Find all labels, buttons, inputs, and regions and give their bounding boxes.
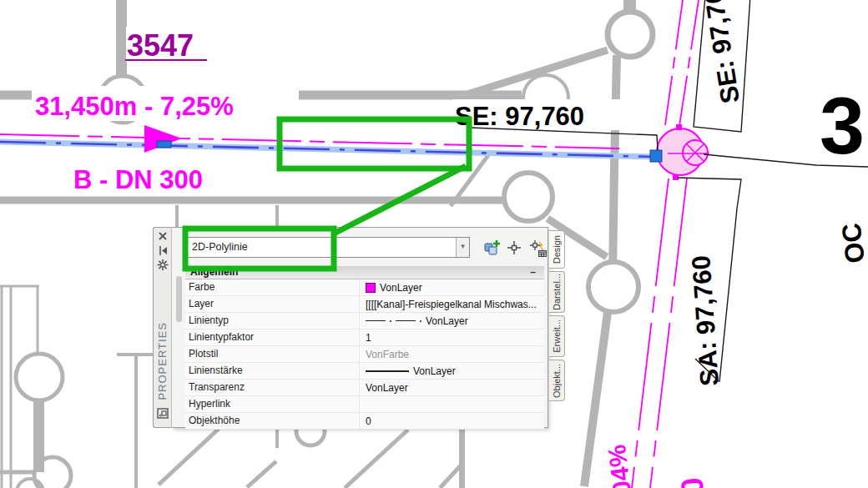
property-row: LinientypVonLayer (185, 313, 544, 330)
elevation-se-label: SE: 97,760 (455, 102, 584, 131)
close-icon[interactable] (157, 231, 169, 242)
property-label: Layer (185, 296, 359, 312)
property-label: Farbe (185, 279, 359, 295)
scrollbar-thumb[interactable] (176, 276, 182, 322)
letters-partial-label: OC (835, 222, 868, 265)
linetype-sample (420, 320, 421, 322)
pickadd-toggle-icon[interactable] (505, 239, 523, 257)
scrollbar[interactable] (176, 276, 182, 401)
property-value[interactable]: VonLayer (359, 313, 544, 329)
settings-icon[interactable] (157, 259, 169, 270)
property-label: Plotstil (185, 346, 359, 362)
dropdown-arrow-icon[interactable]: ▾ (456, 238, 469, 257)
property-value[interactable] (359, 396, 544, 412)
property-value[interactable]: [[[[Kanal]-Freispiegelkanal Mischwas... (359, 296, 544, 312)
palette-titlebar[interactable]: PROPERTIES (153, 227, 172, 428)
property-label: Transparenz (185, 380, 359, 395)
tab-erweit[interactable]: Erweit... (548, 315, 565, 357)
section-allgemein[interactable]: Allgemein – (185, 266, 544, 279)
pipe-designation-label: B - DN 300 (73, 165, 203, 194)
quick-select-icon[interactable] (528, 239, 547, 257)
property-value[interactable]: VonLayer (359, 363, 544, 379)
property-value[interactable]: 1 (359, 330, 544, 345)
endpoint-grip[interactable] (650, 150, 662, 162)
tab-label: Erweit... (552, 319, 562, 353)
property-value-text: VonLayer (366, 380, 408, 395)
object-type-dropdown[interactable]: 2D-Polylinie ▾ (186, 237, 470, 258)
manhole-symbol[interactable] (657, 124, 709, 180)
lineweight-sample (366, 370, 409, 372)
elevation-sa-rotated-label: SA: 97,760 (686, 254, 724, 387)
section-allgemein-label: Allgemein (190, 266, 238, 278)
gray-manhole-top (608, 12, 653, 57)
property-label: Hyperlink (185, 396, 359, 412)
palette-title: PROPERTIES (156, 322, 169, 400)
property-label: Linienstärke (185, 363, 359, 379)
length-slope-label: 31,450m - 7,25% (35, 92, 234, 121)
big-number-label: 3 (820, 80, 865, 171)
property-row: PlotstilVonFarbe (185, 346, 544, 363)
palette-tabs: DesignDarstel...Erweit...Objekt... (548, 227, 566, 428)
property-label: Objekthöhe (185, 413, 359, 429)
palette-toolbar: 2D-Polylinie ▾ (172, 228, 548, 264)
color-swatch (366, 283, 376, 293)
elevation-se-rotated-label: SE: 97,760 (696, 0, 745, 105)
property-value-text: [[[[Kanal]-Freispiegelkanal Mischwas... (366, 297, 537, 312)
property-row: Layer[[[[Kanal]-Freispiegelkanal Mischwa… (185, 296, 544, 313)
pipe-partial-label: 0 (674, 476, 710, 488)
property-value-text: VonLayer (413, 364, 456, 379)
select-objects-icon[interactable] (483, 239, 502, 257)
tab-label: Design (552, 235, 562, 264)
tab-objekt[interactable]: Objekt... (548, 360, 565, 401)
tab-label: Darstel... (552, 274, 562, 310)
node-number-label: 3547 (127, 28, 194, 63)
midpoint-grip[interactable] (157, 141, 171, 148)
properties-palette: PROPERTIES 2D-Polylinie ▾ (153, 227, 566, 428)
slope-partial-label: ,04% (603, 443, 637, 488)
palette-properties-icon[interactable] (157, 408, 169, 419)
property-row: Objekthöhe0 (185, 413, 544, 430)
palette-body: 2D-Polylinie ▾ (172, 227, 548, 428)
property-value-text: VonFarbe (366, 347, 409, 362)
property-label: Linientypfaktor (185, 330, 359, 345)
auto-hide-icon[interactable] (157, 245, 169, 256)
tab-label: Objekt... (552, 364, 562, 398)
object-type-value: 2D-Polylinie (192, 241, 248, 253)
property-value[interactable]: VonLayer (359, 380, 544, 395)
property-row: TransparenzVonLayer (185, 380, 544, 396)
collapse-icon[interactable]: – (530, 266, 536, 279)
property-row: Hyperlink (185, 396, 544, 413)
linetype-sample (366, 320, 386, 321)
property-value-text: VonLayer (426, 314, 468, 329)
linetype-sample (390, 320, 391, 322)
tab-darstel[interactable]: Darstel... (548, 271, 565, 313)
tab-design[interactable]: Design (548, 230, 565, 269)
property-row: LinienstärkeVonLayer (185, 363, 544, 380)
property-value[interactable]: VonLayer (359, 279, 544, 295)
cad-viewport: 3547 31,450m - 7,25% B - DN 300 SE: 97,7… (0, 0, 868, 488)
property-value-text: 1 (366, 330, 371, 345)
property-value[interactable]: 0 (359, 413, 544, 429)
property-value-text: 0 (366, 414, 371, 429)
property-row: Linientypfaktor1 (185, 330, 544, 346)
property-row: FarbeVonLayer (185, 279, 544, 296)
property-value[interactable]: VonFarbe (359, 346, 544, 362)
property-label: Linientyp (185, 313, 359, 329)
linetype-sample (396, 320, 416, 321)
properties-rows: FarbeVonLayerLayer[[[[Kanal]-Freispiegel… (185, 279, 544, 430)
property-value-text: VonLayer (380, 280, 422, 295)
